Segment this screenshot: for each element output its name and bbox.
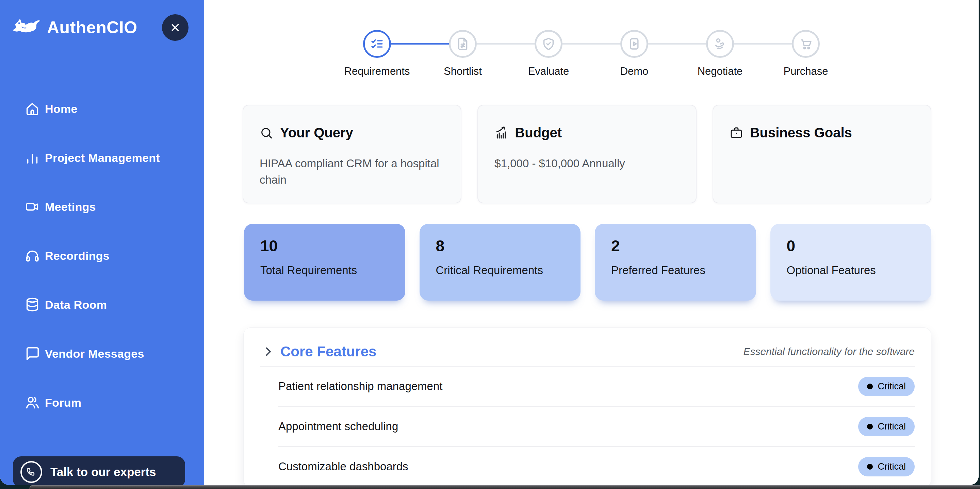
- chart-icon: [495, 126, 508, 140]
- feature-name: Appointment scheduling: [278, 420, 398, 433]
- chevron-right-icon: [262, 346, 274, 358]
- document-arrows-icon: [456, 37, 469, 51]
- sidebar-item-label: Meetings: [45, 200, 96, 214]
- step-negotiate[interactable]: Negotiate: [677, 30, 763, 78]
- dot-icon: [867, 424, 873, 429]
- step-circle: [535, 30, 563, 58]
- step-label: Evaluate: [528, 65, 569, 78]
- talk-to-experts-label: Talk to our experts: [50, 465, 156, 479]
- step-label: Negotiate: [698, 65, 743, 78]
- dot-icon: [867, 384, 873, 389]
- priority-badge: Critical: [858, 377, 915, 396]
- macos-dock[interactable]: [29, 485, 980, 489]
- briefcase-icon: [730, 126, 743, 140]
- sidebar-item-label: Project Management: [45, 151, 160, 165]
- shield-check-icon: [542, 37, 555, 51]
- feature-row: Appointment scheduling Critical: [278, 407, 915, 447]
- step-circle: [620, 30, 648, 58]
- stat-value: 10: [260, 238, 389, 254]
- stat-value: 0: [787, 238, 915, 254]
- sidebar-item-data-room[interactable]: Data Room: [24, 295, 204, 314]
- stat-label: Total Requirements: [260, 264, 389, 277]
- step-circle: [449, 30, 477, 58]
- users-icon: [24, 395, 40, 410]
- step-demo[interactable]: Demo: [592, 30, 677, 78]
- stat-label: Critical Requirements: [436, 264, 565, 277]
- sidebar-item-project-management[interactable]: Project Management: [24, 148, 204, 167]
- checklist-icon: [370, 37, 384, 51]
- sidebar-item-label: Forum: [45, 396, 81, 410]
- card-title: Budget: [515, 125, 562, 140]
- core-features-header[interactable]: Core Features Essential functionality fo…: [260, 328, 915, 367]
- app-logo-text: AuthenCIO: [47, 18, 137, 37]
- step-circle: [363, 30, 391, 58]
- feature-row: Customizable dashboards Critical: [278, 447, 915, 485]
- feature-list: Patient relationship management Critical…: [278, 367, 915, 485]
- bar-chart-icon: [24, 150, 40, 166]
- budget-card: Budget $1,000 - $10,000 Annually: [477, 105, 696, 203]
- sidebar-item-home[interactable]: Home: [24, 99, 204, 118]
- step-purchase[interactable]: Purchase: [763, 30, 849, 78]
- step-label: Shortlist: [444, 65, 482, 78]
- feature-name: Customizable dashboards: [278, 460, 408, 473]
- step-circle: [706, 30, 734, 58]
- stat-critical-requirements: 8 Critical Requirements: [420, 224, 581, 301]
- step-evaluate[interactable]: Evaluate: [506, 30, 592, 78]
- sidebar-item-forum[interactable]: Forum: [24, 393, 204, 412]
- app-window: AuthenCIO Home: [0, 0, 978, 485]
- summary-cards-row: Your Query HIPAA compliant CRM for a hos…: [204, 105, 978, 203]
- sidebar-item-recordings[interactable]: Recordings: [24, 246, 204, 265]
- handshake-icon: [713, 37, 727, 51]
- logo-row: AuthenCIO: [0, 0, 204, 41]
- phone-icon: [21, 461, 42, 483]
- sidebar-item-label: Recordings: [45, 249, 110, 262]
- feature-row: Patient relationship management Critical: [278, 367, 915, 407]
- home-icon: [24, 101, 40, 117]
- your-query-card: Your Query HIPAA compliant CRM for a hos…: [243, 105, 461, 203]
- step-circle: [792, 30, 820, 58]
- business-goals-card: Business Goals: [713, 105, 931, 203]
- step-shortlist[interactable]: Shortlist: [420, 30, 506, 78]
- sidebar-item-label: Vendor Messages: [45, 347, 144, 360]
- priority-badge: Critical: [858, 417, 915, 436]
- search-icon: [259, 126, 273, 140]
- step-requirements[interactable]: Requirements: [334, 30, 420, 78]
- feature-name: Patient relationship management: [278, 380, 442, 393]
- headphones-icon: [24, 248, 40, 264]
- priority-label: Critical: [878, 421, 906, 432]
- dog-logo-icon: [11, 15, 43, 40]
- cart-icon: [799, 37, 813, 51]
- core-features-card: Core Features Essential functionality fo…: [243, 327, 931, 485]
- close-sidebar-button[interactable]: [162, 14, 189, 41]
- step-label: Demo: [620, 65, 649, 78]
- video-camera-icon: [24, 199, 40, 214]
- step-label: Requirements: [344, 65, 410, 78]
- priority-label: Critical: [878, 462, 906, 472]
- stat-optional-features: 0 Optional Features: [770, 224, 932, 301]
- sidebar-item-meetings[interactable]: Meetings: [24, 197, 204, 216]
- dot-icon: [867, 464, 873, 470]
- database-icon: [24, 297, 40, 313]
- stat-preferred-features: 2 Preferred Features: [595, 224, 756, 301]
- stat-label: Preferred Features: [611, 264, 740, 277]
- talk-to-experts-button[interactable]: Talk to our experts: [13, 456, 185, 485]
- sidebar-item-label: Home: [45, 102, 78, 116]
- budget-text: $1,000 - $10,000 Annually: [495, 156, 679, 172]
- stat-value: 8: [436, 238, 565, 254]
- desktop: AuthenCIO Home: [0, 0, 980, 489]
- card-title: Your Query: [280, 125, 353, 140]
- purchase-stepper: Requirements Shortlist: [204, 30, 978, 78]
- priority-label: Critical: [878, 381, 906, 392]
- sidebar-item-label: Data Room: [45, 298, 107, 311]
- close-icon: [169, 22, 181, 33]
- stat-label: Optional Features: [787, 264, 915, 277]
- stat-value: 2: [611, 238, 740, 254]
- sidebar-nav: Home Project Management Meetings: [0, 99, 204, 412]
- stat-total-requirements: 10 Total Requirements: [244, 224, 405, 301]
- core-features-subtitle: Essential functionality for the software: [743, 346, 915, 357]
- sidebar: AuthenCIO Home: [0, 0, 204, 485]
- card-title: Business Goals: [750, 125, 852, 140]
- sidebar-item-vendor-messages[interactable]: Vendor Messages: [24, 344, 204, 363]
- query-text: HIPAA compliant CRM for a hospital chain: [259, 156, 444, 188]
- priority-badge: Critical: [858, 457, 915, 476]
